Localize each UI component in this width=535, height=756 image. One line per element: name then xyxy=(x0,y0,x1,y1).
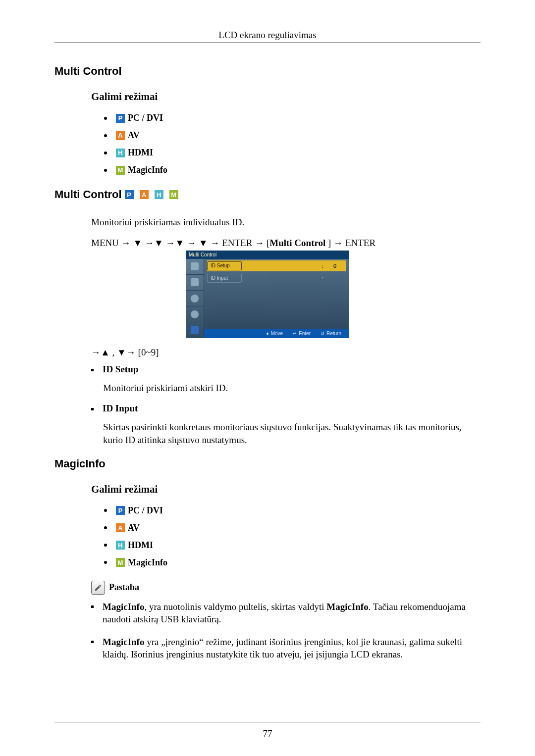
mode-item: H HDMI xyxy=(104,540,481,551)
a-icon: A xyxy=(116,131,125,140)
osd-side-item xyxy=(186,306,204,322)
h-icon: H xyxy=(116,149,125,157)
osd-footer-enter-label: Enter xyxy=(299,331,311,336)
osd-row-active: ID Setup : 0 xyxy=(207,260,346,271)
menu-path-prefix: MENU → ▼ →▼ →▼ → ▼ → ENTER → [ xyxy=(91,238,269,248)
section-multi-control-title: Multi Control xyxy=(54,65,481,78)
sub-item-description: Skirtas pasirinkti konkretaus monitoriau… xyxy=(103,421,481,446)
osd-row: ID Input : - - xyxy=(207,273,346,284)
h-icon: H xyxy=(155,190,163,199)
osd-row-label: ID Input xyxy=(207,274,242,283)
page: LCD ekrano reguliavimas Multi Control Ga… xyxy=(0,0,535,756)
note-header: Pastaba xyxy=(91,581,481,595)
mode-label: PC / DVI xyxy=(128,113,163,123)
mode-item: P PC / DVI xyxy=(104,505,481,516)
osd-main: ID Setup : 0 ID Input : - - ♦ Move ↵ Ent… xyxy=(204,259,349,338)
note-span: yra „įrenginio“ režime, judinant išorini… xyxy=(103,637,462,660)
osd-side-glyph-icon xyxy=(191,310,199,318)
mode-label: PC / DVI xyxy=(128,505,163,516)
section-modes-title-1: Galimi režimai xyxy=(91,91,481,103)
osd-footer-return: ↺ Return xyxy=(321,331,341,336)
m-icon: M xyxy=(116,558,125,567)
osd-colon: : xyxy=(322,263,323,269)
osd-footer: ♦ Move ↵ Enter ↺ Return xyxy=(204,329,349,338)
bullet-icon xyxy=(91,641,94,643)
osd-titlebar: Multi Control xyxy=(186,251,349,259)
a-icon: A xyxy=(140,190,149,199)
note-text: MagicInfo, yra nuotolinis valdymo pultel… xyxy=(103,601,481,626)
menu-path-bold: Multi Control xyxy=(269,238,325,248)
p-icon: P xyxy=(116,114,125,123)
mode-label: AV xyxy=(128,130,140,141)
note-bold: MagicInfo xyxy=(103,637,144,647)
bullet-icon xyxy=(91,408,94,410)
osd-side-glyph-icon xyxy=(191,278,199,286)
sub-item-description: Monitoriui priskiriami atskiri ID. xyxy=(103,382,481,395)
mode-label: MagicInfo xyxy=(128,165,167,175)
sub-item-title: ID Input xyxy=(103,403,138,414)
section-multi-control-2-title: Multi Control xyxy=(54,188,122,201)
osd-footer-return-label: Return xyxy=(326,331,341,336)
note-list: MagicInfo, yra nuotolinis valdymo pultel… xyxy=(91,601,481,661)
footer-divider xyxy=(54,722,481,722)
osd-side-glyph-icon xyxy=(191,262,199,270)
bullet-icon xyxy=(104,169,107,172)
osd-side-item xyxy=(186,275,204,291)
bullet-icon xyxy=(104,526,107,529)
osd-footer-move: ♦ Move xyxy=(267,331,283,336)
osd-body: ID Setup : 0 ID Input : - - ♦ Move ↵ Ent… xyxy=(186,259,349,338)
section-modes-title-2: Galimi režimai xyxy=(91,483,481,496)
osd-sidebar xyxy=(186,259,204,338)
mode-label: AV xyxy=(128,523,140,533)
header-divider xyxy=(54,43,481,43)
mode-label: HDMI xyxy=(128,148,153,158)
section-multi-control-2: Multi Control P A H M xyxy=(54,188,481,201)
mode-item: A AV xyxy=(104,523,481,533)
sub-item-id-setup: ID Setup Monitoriui priskiriami atskiri … xyxy=(91,364,481,395)
note-bold: MagicInfo xyxy=(103,602,144,612)
modes-list-2: P PC / DVI A AV H HDMI M MagicInfo xyxy=(104,505,481,568)
modes-list-1: P PC / DVI A AV H HDMI M MagicInfo xyxy=(104,113,481,175)
mode-item: M MagicInfo xyxy=(104,557,481,568)
osd-side-item xyxy=(186,291,204,306)
sub-items-list: ID Setup Monitoriui priskiriami atskiri … xyxy=(91,364,481,447)
osd-screenshot: Multi Control ID Setup : 0 ID Input : - xyxy=(186,251,349,338)
sub-item-title: ID Setup xyxy=(103,364,138,375)
osd-side-item xyxy=(186,259,204,275)
osd-row-value: - - xyxy=(328,275,341,281)
bullet-icon xyxy=(91,605,94,608)
bullet-icon xyxy=(104,561,107,564)
bullet-icon xyxy=(104,117,107,120)
bullet-icon xyxy=(104,544,107,547)
bullet-icon xyxy=(104,151,107,154)
bullet-icon xyxy=(91,369,94,371)
menu-path-suffix: ] → ENTER xyxy=(325,238,375,248)
osd-footer-enter: ↵ Enter xyxy=(293,331,311,336)
mode-item: A AV xyxy=(104,130,481,141)
a-icon: A xyxy=(116,523,125,532)
mode-item: P PC / DVI xyxy=(104,113,481,123)
multi-control-description: Monitoriui priskiriamas individualus ID. xyxy=(91,216,481,229)
mode-label: HDMI xyxy=(128,540,153,551)
osd-side-glyph-icon xyxy=(191,326,199,334)
osd-footer-move-label: Move xyxy=(271,331,283,336)
osd-colon: : xyxy=(322,275,323,281)
osd-row-value: 0 xyxy=(328,263,341,269)
bullet-icon xyxy=(104,509,107,512)
note-text: MagicInfo yra „įrenginio“ režime, judina… xyxy=(103,636,481,661)
page-header: LCD ekrano reguliavimas xyxy=(54,30,481,41)
osd-row-label: ID Setup xyxy=(207,261,242,270)
osd-side-item xyxy=(186,322,204,338)
p-icon: P xyxy=(125,190,134,199)
menu-navigation-path: MENU → ▼ →▼ →▼ → ▼ → ENTER → [Multi Cont… xyxy=(91,238,481,249)
note-bold: MagicInfo xyxy=(326,602,368,612)
mode-label: MagicInfo xyxy=(128,557,167,568)
p-icon: P xyxy=(116,506,125,515)
pencil-icon xyxy=(91,581,105,595)
m-icon: M xyxy=(169,190,178,199)
mode-item: M MagicInfo xyxy=(104,165,481,175)
m-icon: M xyxy=(116,166,125,175)
nav-hint: →▲ , ▼→ [0~9] xyxy=(91,347,481,358)
mode-item: H HDMI xyxy=(104,148,481,158)
note-item: MagicInfo, yra nuotolinis valdymo pultel… xyxy=(91,601,481,626)
